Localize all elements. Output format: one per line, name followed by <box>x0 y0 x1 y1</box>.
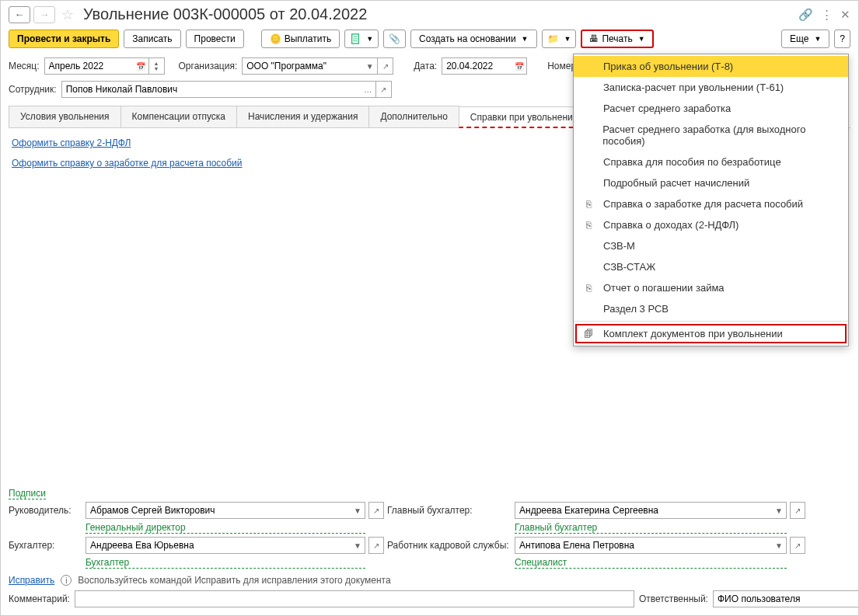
menu-item-unemployment[interactable]: Справка для пособия по безработице <box>574 151 848 172</box>
signatures-heading[interactable]: Подписи <box>9 488 46 499</box>
employee-label: Сотрудник: <box>9 84 57 95</box>
fix-link[interactable]: Исправить <box>9 575 54 586</box>
folder-icon: 📁 <box>547 33 559 44</box>
save-button[interactable]: Записать <box>124 30 180 48</box>
tab-certificates[interactable]: Справки при увольнении <box>459 106 590 128</box>
employee-input[interactable] <box>61 81 361 98</box>
open-ref-icon[interactable]: ↗ <box>368 537 384 554</box>
nav-forward-button[interactable]: → <box>33 6 55 23</box>
chevron-down-icon: ▼ <box>564 35 571 43</box>
window-title: Увольнение 003К-000005 от 20.04.2022 <box>83 5 367 23</box>
report-button[interactable]: ▼ <box>344 30 379 48</box>
hr-input[interactable] <box>515 537 772 554</box>
chevron-down-icon: ▼ <box>638 35 645 43</box>
menu-item-2ndfl[interactable]: ⎘Справка о доходах (2-НДФЛ) <box>574 214 848 235</box>
head-label: Руководитель: <box>9 505 82 516</box>
dropdown-icon[interactable]: ▼ <box>362 57 378 75</box>
export-doc-icon: ⎘ <box>583 283 594 294</box>
chief-acc-input[interactable] <box>515 502 772 519</box>
date-input[interactable] <box>442 57 512 75</box>
acc-position-link[interactable]: Бухгалтер <box>86 557 365 569</box>
chevron-down-icon: ▼ <box>522 35 529 43</box>
favorite-icon[interactable]: ☆ <box>58 6 77 23</box>
link-icon[interactable]: 🔗 <box>798 8 813 22</box>
menu-item-t8[interactable]: Приказ об увольнении (Т-8) <box>574 56 848 77</box>
month-spinner[interactable]: ▲▼ <box>149 57 165 75</box>
calendar-icon[interactable]: 📅 <box>134 57 149 75</box>
menu-separator <box>574 321 848 322</box>
menu-item-loan[interactable]: ⎘Отчет о погашении займа <box>574 277 848 298</box>
fix-row: Исправить i Воспользуйтесь командой Испр… <box>9 575 850 586</box>
tab-compensations[interactable]: Компенсации отпуска <box>120 106 237 127</box>
menu-item-avg[interactable]: Расчет среднего заработка <box>574 98 848 119</box>
signatures-grid: Руководитель: ▼ ↗ Главный бухгалтер: ▼ ↗… <box>9 502 850 569</box>
comment-input[interactable] <box>75 590 634 607</box>
chief-acc-label: Главный бухгалтер: <box>387 505 512 516</box>
pay-button[interactable]: 🪙 Выплатить <box>261 30 340 48</box>
menu-item-detailed[interactable]: Подробный расчет начислений <box>574 172 848 193</box>
menu-item-rsv3[interactable]: Раздел 3 РСВ <box>574 298 848 319</box>
coin-icon: 🪙 <box>270 33 281 44</box>
comment-row: Комментарий: Ответственный: ▼ ↗ <box>9 590 850 607</box>
attach-button[interactable]: 📎 <box>383 30 406 48</box>
responsible-input[interactable] <box>713 590 859 607</box>
footer: Подписи Руководитель: ▼ ↗ Главный бухгал… <box>1 483 858 615</box>
dropdown-icon[interactable]: ▼ <box>772 537 787 554</box>
head-input[interactable] <box>86 502 351 519</box>
comment-label: Комментарий: <box>9 593 70 604</box>
hr-position-link[interactable]: Специалист <box>515 557 787 569</box>
org-input[interactable] <box>242 57 362 75</box>
link-earnings-cert[interactable]: Оформить справку о заработке для расчета… <box>12 158 242 169</box>
dropdown-icon[interactable]: ▼ <box>351 502 365 519</box>
paperclip-icon: 📎 <box>389 33 400 44</box>
nav-back-button[interactable]: ← <box>9 6 30 23</box>
menu-item-t61[interactable]: Записка-расчет при увольнении (Т-61) <box>574 77 848 98</box>
link-2ndfl[interactable]: Оформить справку 2-НДФЛ <box>12 137 131 148</box>
info-icon: i <box>61 575 72 586</box>
menu-item-doc-kit[interactable]: 🗐 Комплект документов при увольнении <box>574 323 848 344</box>
close-icon[interactable]: ✕ <box>840 8 850 22</box>
open-ref-icon[interactable]: ↗ <box>378 57 393 75</box>
responsible-label: Ответственный: <box>639 593 708 604</box>
titlebar: ← → ☆ Увольнение 003К-000005 от 20.04.20… <box>1 1 858 26</box>
chevron-down-icon: ▼ <box>814 35 821 43</box>
print-button[interactable]: 🖶 Печать ▼ <box>581 30 653 48</box>
multi-doc-icon: 🗐 <box>583 329 594 339</box>
calendar-icon[interactable]: 📅 <box>512 57 527 75</box>
month-input[interactable] <box>44 57 134 75</box>
folder-button[interactable]: 📁▼ <box>542 30 577 48</box>
create-based-button[interactable]: Создать на основании▼ <box>410 30 536 48</box>
document-icon <box>350 33 361 44</box>
help-button[interactable]: ? <box>834 30 850 48</box>
main-toolbar: Провести и закрыть Записать Провести 🪙 В… <box>1 26 858 54</box>
open-ref-icon[interactable]: ↗ <box>368 502 384 519</box>
tab-additional[interactable]: Дополнительно <box>368 106 459 127</box>
dropdown-icon[interactable]: ▼ <box>351 537 365 554</box>
post-button[interactable]: Провести <box>186 30 244 48</box>
tab-conditions[interactable]: Условия увольнения <box>9 106 121 127</box>
open-ref-icon[interactable]: ↗ <box>790 537 805 554</box>
fix-hint: Воспользуйтесь командой Исправить для ис… <box>78 575 390 586</box>
menu-item-szvstazh[interactable]: СЗВ-СТАЖ <box>574 256 848 277</box>
month-label: Месяц: <box>9 61 40 71</box>
chief-acc-position-link[interactable]: Главный бухгалтер <box>515 522 787 534</box>
export-doc-icon: ⎘ <box>583 220 594 231</box>
ellipsis-icon[interactable]: … <box>361 81 376 98</box>
menu-item-szvm[interactable]: СЗВ-М <box>574 235 848 256</box>
org-label: Организация: <box>179 61 238 71</box>
post-and-close-button[interactable]: Провести и закрыть <box>9 30 119 48</box>
menu-item-avg-severance[interactable]: Расчет среднего заработка (для выходного… <box>574 119 848 151</box>
export-doc-icon: ⎘ <box>583 199 594 210</box>
kebab-menu-icon[interactable]: ⋮ <box>821 8 833 22</box>
open-ref-icon[interactable]: ↗ <box>790 502 805 519</box>
dropdown-icon[interactable]: ▼ <box>772 502 787 519</box>
hr-label: Работник кадровой службы: <box>387 540 512 551</box>
print-dropdown-menu: Приказ об увольнении (Т-8) Записка-расче… <box>573 54 849 346</box>
acc-input[interactable] <box>86 537 351 554</box>
open-ref-icon[interactable]: ↗ <box>376 81 392 98</box>
printer-icon: 🖶 <box>589 33 599 44</box>
menu-item-earnings-cert[interactable]: ⎘Справка о заработке для расчета пособий <box>574 193 848 214</box>
more-button[interactable]: Еще▼ <box>781 30 829 48</box>
tab-accruals[interactable]: Начисления и удержания <box>236 106 369 127</box>
head-position-link[interactable]: Генеральный директор <box>86 522 365 534</box>
